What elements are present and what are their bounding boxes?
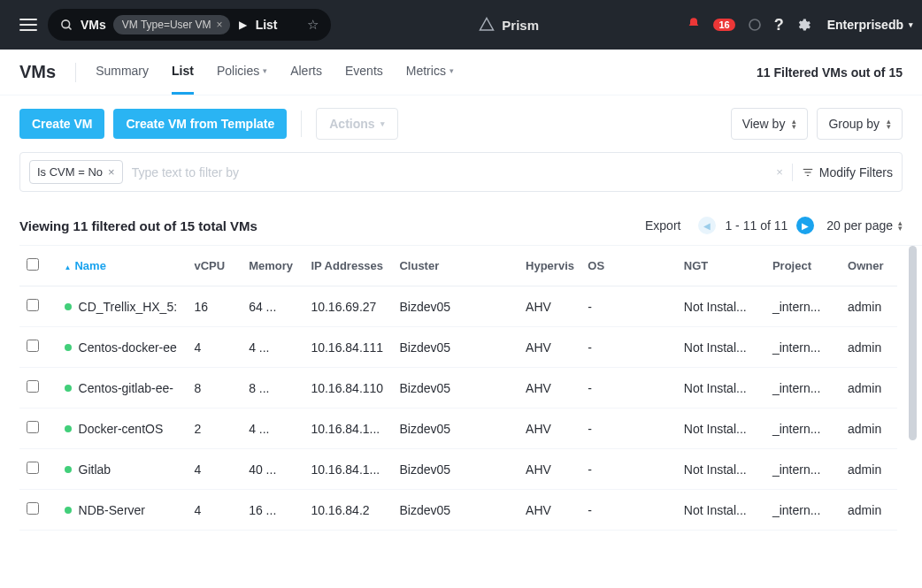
per-page-selector[interactable]: 20 per page ▴▾ (826, 218, 903, 233)
svg-line-1 (68, 27, 71, 29)
vm-name: Centos-gitlab-ee- (79, 381, 173, 395)
tab-list[interactable]: List (172, 50, 194, 95)
notifications-button[interactable] (687, 17, 701, 34)
table-row[interactable]: Centos-docker-ee44 ...10.16.84.111Bizdev… (19, 327, 897, 368)
scrollbar[interactable] (909, 246, 917, 440)
filter-text-input[interactable] (132, 165, 768, 179)
export-button[interactable]: Export (645, 218, 680, 233)
status-dot-icon (65, 385, 72, 392)
modify-filters-button[interactable]: Modify Filters (802, 165, 893, 179)
cell-ngt: Not Instal... (677, 368, 765, 409)
table-row[interactable]: Centos-gitlab-ee-88 ...10.16.84.110Bizde… (19, 368, 897, 409)
row-checkbox[interactable] (27, 380, 39, 393)
row-checkbox[interactable] (27, 299, 39, 311)
vm-name: NDB-Server (79, 503, 145, 517)
table-row[interactable]: CD_Trellix_HX_5:1664 ...10.16.69.27Bizde… (19, 286, 897, 327)
search-icon[interactable] (60, 19, 73, 32)
row-checkbox[interactable] (27, 340, 39, 352)
subheader: VMs Summary List Policies▾ Alerts Events… (0, 50, 922, 95)
cell-project: _intern... (765, 368, 841, 409)
pager: ◀ 1 - 11 of 11 ▶ (698, 217, 814, 234)
col-owner[interactable]: Owner (841, 246, 897, 286)
cell-ngt: Not Instal... (677, 286, 765, 327)
col-memory[interactable]: Memory (242, 246, 303, 286)
table-row[interactable]: Gitlab440 ...10.16.84.1...Bizdev05AHV-No… (19, 449, 897, 490)
table-meta-row: Viewing 11 filtered out of 15 total VMs … (0, 192, 922, 245)
view-by-selector[interactable]: View by ▴▾ (731, 108, 809, 140)
hamburger-menu[interactable] (19, 19, 37, 31)
user-menu[interactable]: Enterprisedb ▾ (824, 18, 913, 32)
tabs: Summary List Policies▾ Alerts Events Met… (96, 50, 454, 95)
group-by-selector[interactable]: Group by ▴▾ (817, 108, 903, 140)
vm-name: CD_Trellix_HX_5: (79, 300, 178, 314)
svg-point-3 (749, 19, 760, 30)
pager-next-button[interactable]: ▶ (796, 217, 814, 234)
cell-os: - (580, 490, 677, 531)
help-icon[interactable]: ? (774, 16, 784, 34)
filter-chip-is-cvm[interactable]: Is CVM = No × (29, 160, 123, 184)
breadcrumb-filter-chip[interactable]: VM Type=User VM × (113, 15, 230, 34)
star-icon[interactable]: ☆ (307, 17, 319, 33)
cell-os: - (580, 286, 677, 327)
col-ip[interactable]: IP Addresses (303, 246, 392, 286)
cell-project: _intern... (765, 327, 841, 368)
filter-bar: Is CVM = No × × Modify Filters (19, 152, 903, 192)
chevron-down-icon: ▾ (909, 20, 913, 29)
col-os[interactable]: OS (580, 246, 677, 286)
vm-name: Gitlab (79, 462, 111, 477)
col-project[interactable]: Project (765, 246, 841, 286)
tab-metrics[interactable]: Metrics▾ (406, 50, 454, 95)
cell-cluster: Bizdev05 (392, 286, 519, 327)
cell-memory: 16 ... (242, 490, 303, 531)
col-cluster[interactable]: Cluster (392, 246, 519, 286)
breadcrumb-root[interactable]: VMs (81, 18, 106, 32)
clear-filter-button[interactable]: × (776, 165, 783, 179)
select-all-checkbox[interactable] (27, 258, 39, 271)
sort-arrows-icon: ▴▾ (887, 118, 891, 129)
create-vm-from-template-button[interactable]: Create VM from Template (113, 109, 287, 139)
action-row: Create VM Create VM from Template Action… (0, 95, 922, 152)
cell-os: - (580, 368, 677, 409)
separator (792, 164, 793, 181)
filter-chip-label: VM Type=User VM (122, 19, 211, 31)
create-vm-button[interactable]: Create VM (19, 109, 104, 139)
cell-vcpu: 4 (187, 490, 242, 531)
cell-cluster: Bizdev05 (392, 490, 519, 531)
cell-ngt: Not Instal... (677, 490, 765, 531)
col-hypervisor[interactable]: Hypervis (519, 246, 580, 286)
breadcrumb-leaf[interactable]: List (256, 18, 278, 32)
cell-hypervisor: AHV (519, 368, 580, 409)
cell-memory: 4 ... (242, 327, 303, 368)
tab-alerts[interactable]: Alerts (290, 50, 322, 95)
col-vcpu[interactable]: vCPU (187, 246, 242, 286)
row-checkbox[interactable] (27, 502, 39, 515)
sort-arrows-icon: ▴▾ (792, 118, 796, 129)
cell-ip: 10.16.84.2 (303, 490, 392, 531)
gear-icon[interactable] (796, 18, 811, 33)
cell-os: - (580, 449, 677, 490)
close-icon[interactable]: × (108, 165, 115, 179)
row-checkbox[interactable] (27, 421, 39, 433)
table-row[interactable]: NDB-Server416 ...10.16.84.2Bizdev05AHV-N… (19, 490, 897, 531)
breadcrumb: VMs VM Type=User VM × ▶ List ☆ (48, 9, 331, 41)
vm-table-container: ▲Name vCPU Memory IP Addresses Cluster H… (19, 245, 922, 531)
cell-memory: 4 ... (242, 409, 303, 449)
col-name[interactable]: ▲Name (58, 246, 188, 286)
actions-dropdown[interactable]: Actions ▾ (316, 108, 397, 140)
cell-cluster: Bizdev05 (392, 409, 519, 449)
tab-policies[interactable]: Policies▾ (217, 50, 267, 95)
activity-icon[interactable] (748, 18, 762, 32)
tab-events[interactable]: Events (345, 50, 383, 95)
pager-prev-button[interactable]: ◀ (698, 217, 716, 234)
row-checkbox[interactable] (27, 462, 39, 474)
col-checkbox[interactable] (19, 246, 58, 286)
cell-ngt: Not Instal... (677, 327, 765, 368)
tab-summary[interactable]: Summary (96, 50, 149, 95)
col-ngt[interactable]: NGT (677, 246, 765, 286)
close-icon[interactable]: × (217, 19, 223, 31)
table-row[interactable]: Docker-centOS24 ...10.16.84.1...Bizdev05… (19, 409, 897, 449)
cell-project: _intern... (765, 449, 841, 490)
viewing-summary-text: Viewing 11 filtered out of 15 total VMs (19, 218, 257, 233)
notification-count-badge: 16 (713, 19, 734, 31)
top-bar: VMs VM Type=User VM × ▶ List ☆ Prism 16 … (0, 0, 922, 50)
